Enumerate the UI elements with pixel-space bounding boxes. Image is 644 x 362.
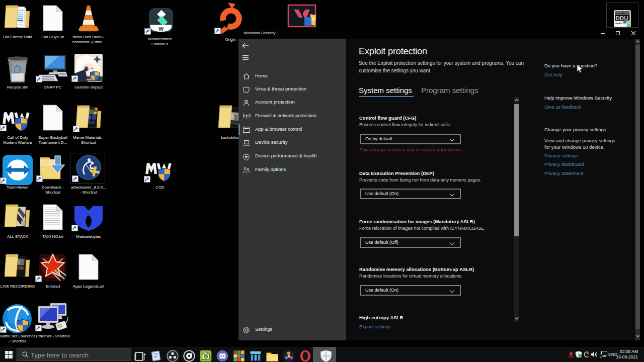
svg-text:DISPLAY DRIVER: DISPLAY DRIVER [615,12,630,14]
svg-text:DDU: DDU [616,15,628,21]
svg-text:UNINST: UNINST [615,22,623,25]
svg-text:w: w [158,25,164,32]
